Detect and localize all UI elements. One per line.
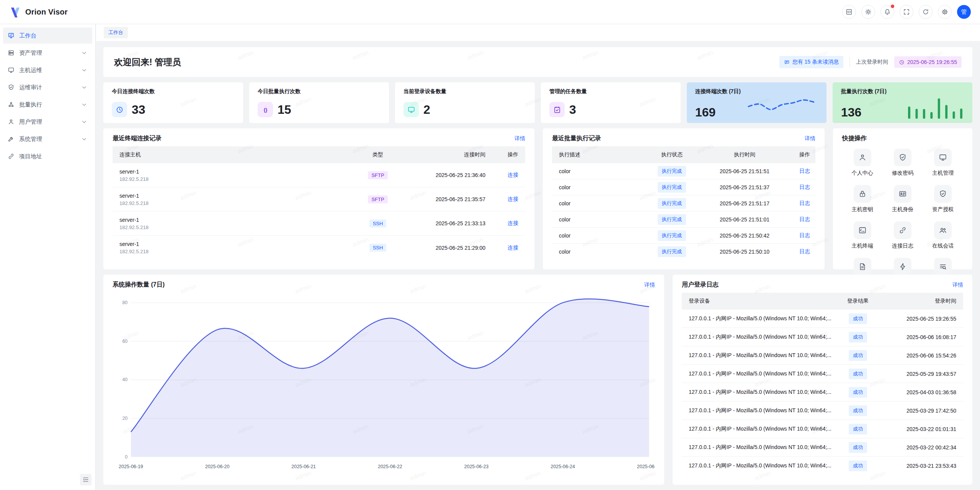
login-device: 127.0.0.1 - 内网IP - Mozilla/5.0 (Windows … xyxy=(682,352,837,359)
sidebar-collapse-button[interactable] xyxy=(80,474,91,485)
login-device: 127.0.0.1 - 内网IP - Mozilla/5.0 (Windows … xyxy=(682,462,837,469)
link-icon xyxy=(894,221,911,239)
log-link[interactable]: 日志 xyxy=(799,168,810,174)
svg-text:0: 0 xyxy=(125,454,127,460)
settings-button[interactable] xyxy=(938,5,952,19)
stat-label: 管理的任务数量 xyxy=(549,88,672,95)
quick-action-0[interactable]: 个人中心 xyxy=(842,149,882,177)
divider xyxy=(849,57,850,67)
sidebar-item-project-url[interactable]: 项目地址 xyxy=(3,148,92,164)
host-ip: 182.92.5.218 xyxy=(119,225,348,230)
stat-label: 今日连接终端次数 xyxy=(112,88,235,95)
svg-text:2025-06-25: 2025-06-25 xyxy=(637,464,655,469)
user-group-icon xyxy=(934,221,952,239)
sidebar-item-label: 工作台 xyxy=(19,32,36,39)
quick-action-label: 主机终端 xyxy=(852,243,873,249)
connect-link[interactable]: 连接 xyxy=(508,244,518,251)
log-link[interactable]: 日志 xyxy=(799,200,810,206)
log-link[interactable]: 日志 xyxy=(799,248,810,254)
host-ip: 182.92.5.218 xyxy=(119,176,348,182)
login-device: 127.0.0.1 - 内网IP - Mozilla/5.0 (Windows … xyxy=(682,334,837,341)
sidebar-item-batch-exec[interactable]: 批量执行 xyxy=(3,97,92,113)
log-link[interactable]: 日志 xyxy=(799,216,810,222)
last-login-time: 2025-06-25 19:26:55 xyxy=(907,59,957,65)
breadcrumb-item-workbench[interactable]: 工作台 xyxy=(104,27,128,38)
col-time: 执行时间 xyxy=(701,151,789,158)
chevron-down-icon xyxy=(81,49,88,56)
svg-text:2025-06-23: 2025-06-23 xyxy=(464,464,489,469)
host-name: server-1 xyxy=(119,241,348,247)
quick-action-6[interactable]: 主机终端 xyxy=(842,221,882,249)
chevron-down-icon xyxy=(81,84,88,91)
log-link[interactable]: 日志 xyxy=(799,184,810,190)
sidebar-item-label: 运维审计 xyxy=(19,84,42,91)
sidebar-item-label: 项目地址 xyxy=(19,153,42,160)
quick-action-5[interactable]: 资产授权 xyxy=(923,185,963,213)
terminal-detail-link[interactable]: 详情 xyxy=(514,135,525,142)
result-badge: 成功 xyxy=(849,405,867,416)
table-row: 127.0.0.1 - 内网IP - Mozilla/5.0 (Windows … xyxy=(682,438,963,457)
exec-desc: color xyxy=(552,184,643,190)
login-time: 2025-03-22 00:42:34 xyxy=(879,444,963,451)
sidebar-item-audit[interactable]: 运维审计 xyxy=(3,79,92,95)
assets-icon xyxy=(8,49,15,56)
table-row: color 执行完成 2025-06-25 21:50:10 日志 xyxy=(552,244,815,260)
chevron-down-icon xyxy=(81,101,88,108)
clock-icon xyxy=(112,102,127,117)
refresh-button[interactable] xyxy=(919,5,933,19)
chevron-down-icon xyxy=(81,118,88,125)
panel-title: 快捷操作 xyxy=(842,134,867,143)
avatar[interactable]: 管 xyxy=(957,5,971,19)
table-row: color 执行完成 2025-06-25 21:51:51 日志 xyxy=(552,163,815,179)
status-badge: 执行完成 xyxy=(658,166,686,177)
host-name: server-1 xyxy=(119,217,348,223)
stat-label: 当前登录设备数量 xyxy=(403,88,526,95)
system-icon xyxy=(8,136,15,143)
quick-action-7[interactable]: 连接日志 xyxy=(882,221,923,249)
quick-action-4[interactable]: 主机身份 xyxy=(882,185,923,213)
status-badge: 执行完成 xyxy=(658,182,686,193)
login-detail-link[interactable]: 详情 xyxy=(952,282,963,288)
theme-button[interactable] xyxy=(861,5,875,19)
svg-text:2025-06-22: 2025-06-22 xyxy=(378,464,402,469)
code-square-button[interactable] xyxy=(842,5,856,19)
sidebar-item-system-mgmt[interactable]: 系统管理 xyxy=(3,131,92,147)
exec-desc: color xyxy=(552,216,643,223)
login-time: 2025-04-03 01:36:58 xyxy=(879,389,963,395)
sidebar-item-workbench[interactable]: 工作台 xyxy=(3,28,92,44)
chevron-down-icon xyxy=(81,136,88,143)
quick-action-2[interactable]: 主机管理 xyxy=(923,149,963,177)
svg-text:80: 80 xyxy=(122,300,127,305)
sidebar-item-label: 系统管理 xyxy=(19,136,42,143)
panel-title: 系统操作数量 (7日) xyxy=(113,281,165,289)
quick-action-label: 修改密码 xyxy=(892,170,913,177)
fullscreen-button[interactable] xyxy=(900,5,913,19)
quick-action-8[interactable]: 在线会话 xyxy=(923,221,963,249)
quick-action-3[interactable]: 主机密钥 xyxy=(842,185,882,213)
table-row: 127.0.0.1 - 内网IP - Mozilla/5.0 (Windows … xyxy=(682,457,963,475)
log-link[interactable]: 日志 xyxy=(799,232,810,238)
sidebar-item-host-ops[interactable]: 主机运维 xyxy=(3,62,92,78)
search-list-icon xyxy=(934,258,952,275)
sidebar-item-assets[interactable]: 资产管理 xyxy=(3,45,92,61)
col-action: 操作 xyxy=(789,151,815,158)
batch-detail-link[interactable]: 详情 xyxy=(805,135,815,142)
unread-messages-text: 您有 15 条未读消息 xyxy=(792,59,839,66)
connect-link[interactable]: 连接 xyxy=(508,220,518,226)
sidebar-item-user-mgmt[interactable]: 用户管理 xyxy=(3,114,92,130)
connect-link[interactable]: 连接 xyxy=(508,172,518,178)
host-ops-icon xyxy=(8,67,15,74)
chevron-down-icon xyxy=(81,67,88,74)
stat-value: 2 xyxy=(423,103,430,117)
connect-time: 2025-06-25 21:35:57 xyxy=(403,196,491,202)
quick-action-1[interactable]: 修改密码 xyxy=(882,149,923,177)
bell-icon xyxy=(884,8,891,15)
connect-link[interactable]: 连接 xyxy=(508,196,518,202)
svg-text:{}: {} xyxy=(263,107,267,112)
unread-messages-badge[interactable]: 您有 15 条未读消息 xyxy=(779,56,843,68)
notifications-button[interactable] xyxy=(880,5,894,19)
chart-detail-link[interactable]: 详情 xyxy=(644,282,655,288)
type-badge: SFTP xyxy=(368,195,387,203)
shield-check-icon xyxy=(934,185,952,203)
result-badge: 成功 xyxy=(849,369,867,379)
